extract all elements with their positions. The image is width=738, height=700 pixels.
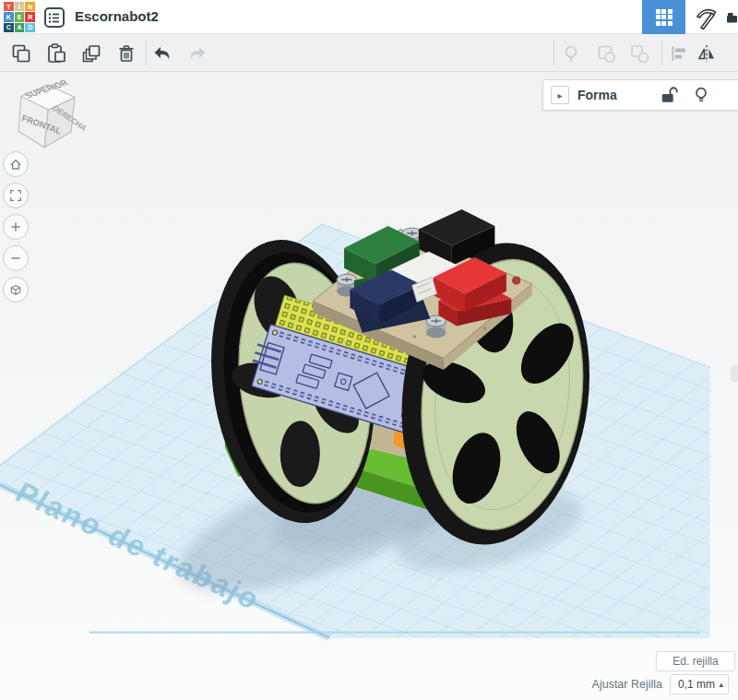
logo-letter: R (25, 12, 35, 21)
logo-letter: D (25, 23, 35, 32)
header: T I N K E R C A D Escornabot2 (0, 0, 738, 34)
copy-button[interactable] (9, 42, 33, 65)
home-icon (8, 157, 23, 172)
projection-toggle-button[interactable] (3, 277, 29, 303)
undo-button[interactable] (150, 42, 174, 65)
toolbar-separator (554, 41, 554, 66)
ungroup-icon (628, 42, 650, 65)
logo-letter: C (4, 23, 14, 32)
document-title[interactable]: Escornabot2 (75, 8, 159, 24)
paste-icon (45, 42, 67, 65)
logo-letter: A (15, 23, 25, 32)
fit-view-icon (8, 188, 23, 203)
workplane-light-button[interactable] (559, 42, 583, 65)
zoom-in-button[interactable] (3, 214, 29, 240)
tinkercad-app: { "header": { "logo_letters": ["T","I","… (0, 0, 738, 700)
shape-grid-toggle-button[interactable] (642, 0, 685, 34)
align-icon (668, 42, 690, 65)
mirror-icon (695, 42, 719, 65)
snap-grid-row: Ajustar Rejilla 0,1 mm ▴ (592, 674, 729, 694)
list-icon (43, 6, 65, 29)
copy-icon (10, 42, 32, 65)
zoom-in-icon (8, 219, 23, 234)
mirror-button[interactable] (695, 42, 719, 65)
toolbar-separator (661, 41, 662, 66)
snap-grid-value: 0,1 mm (678, 678, 715, 691)
shape-panel-expander[interactable]: ▸ (551, 86, 569, 104)
light-icon (560, 42, 582, 65)
snap-grid-select[interactable]: 0,1 mm ▴ (670, 674, 729, 694)
snap-grid-label: Ajustar Rejilla (592, 678, 662, 691)
logo-letter: T (4, 2, 14, 11)
logo-letter: E (15, 12, 25, 21)
dropdown-caret-icon: ▴ (719, 680, 723, 689)
minecraft-export-button[interactable] (687, 0, 724, 34)
group-button[interactable] (594, 42, 618, 65)
delete-icon (115, 42, 137, 65)
delete-button[interactable] (114, 42, 138, 65)
redo-icon (186, 42, 208, 65)
pickaxe-icon (693, 5, 719, 30)
shape-panel: ▸ Forma (542, 79, 738, 111)
duplicate-button[interactable] (79, 42, 103, 65)
scene-canvas[interactable]: Plano de trabajo (0, 72, 738, 700)
ungroup-button[interactable] (627, 42, 651, 65)
home-view-button[interactable] (3, 151, 29, 177)
zoom-out-button[interactable] (3, 245, 29, 271)
logo-letter: K (4, 12, 14, 21)
bricks-export-button[interactable] (727, 0, 738, 34)
board-led (513, 277, 520, 284)
edit-grid-button[interactable]: Ed. rejilla (656, 651, 735, 671)
standoff-screw (426, 315, 446, 338)
design-menu-button[interactable] (43, 6, 65, 29)
zoom-out-icon (8, 251, 23, 266)
grid-view-icon (656, 9, 673, 26)
ortho-icon (8, 282, 23, 297)
toolbar (0, 34, 738, 72)
blocks-icon (727, 6, 738, 30)
logo-letter: I (15, 2, 25, 11)
workplane-bottom-line (89, 632, 700, 634)
lock-open-icon[interactable] (660, 85, 680, 105)
paste-button[interactable] (44, 42, 68, 65)
fit-view-button[interactable] (3, 183, 29, 208)
toolbar-separator (146, 41, 147, 66)
tinkercad-logo[interactable]: T I N K E R C A D (4, 2, 35, 32)
duplicate-icon (80, 42, 102, 65)
group-icon (595, 42, 617, 65)
align-button[interactable] (667, 42, 691, 65)
shape-panel-title: Forma (577, 88, 617, 102)
panel-edge-tab[interactable] (731, 365, 738, 382)
view-nav-column (3, 151, 30, 308)
undo-icon (151, 42, 173, 65)
bulb-icon[interactable] (691, 85, 711, 105)
viewport-3d[interactable]: Plano de trabajo (0, 72, 738, 700)
logo-letter: N (25, 2, 35, 11)
redo-button[interactable] (185, 42, 209, 65)
